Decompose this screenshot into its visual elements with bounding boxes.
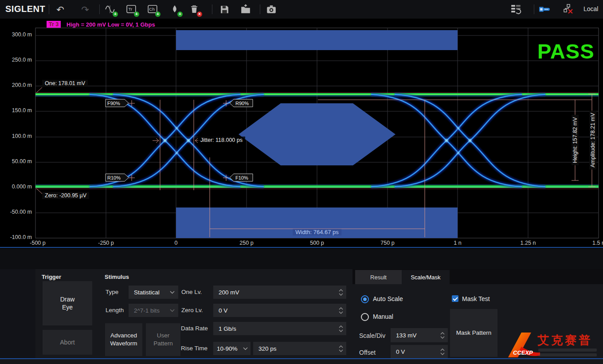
redo-button[interactable]: ↷	[79, 3, 91, 16]
mask-test-checkbox[interactable]	[452, 295, 458, 302]
add-badge-icon	[113, 12, 118, 17]
rise-time-range-dropdown[interactable]: 10-90%	[213, 342, 251, 355]
open-button[interactable]	[239, 3, 252, 16]
x-axis-tick: 1 n	[442, 240, 473, 246]
y-axis-tick: -50.00 m	[1, 209, 32, 215]
rise-time-range-value: 10-90%	[213, 345, 238, 352]
draw-eye-label: Draw Eye	[54, 295, 81, 311]
auto-scale-label: Auto Scale	[373, 295, 403, 302]
mask-pattern-button[interactable]: Mask Pattern	[450, 309, 497, 357]
length-dropdown[interactable]: 2^7-1 bits	[129, 304, 178, 317]
r90-flag: R90%	[235, 101, 249, 106]
tdr-application-window: SIGLENT ↶ ↷ Tr Ch	[0, 0, 603, 364]
x-axis-tick: 750 p	[372, 240, 403, 246]
top-toolbar: SIGLENT ↶ ↷ Tr Ch	[0, 0, 603, 19]
data-rate-value: 1 Gb/s	[213, 325, 236, 332]
one-level-label: One Lv.	[181, 289, 202, 295]
scale-div-input[interactable]: 133 mV	[391, 328, 448, 342]
x-axis-tick: 1.25 n	[513, 240, 544, 246]
type-dropdown[interactable]: Statistical	[129, 286, 178, 299]
auto-scale-radio[interactable]	[361, 295, 369, 303]
panel-divider	[0, 247, 603, 248]
user-pattern-button[interactable]: User Pattern	[146, 323, 180, 356]
rise-time-value: 320 ps	[253, 345, 277, 352]
zero-level-label: Zero Lv.	[181, 307, 203, 313]
mask-test-label: Mask Test	[462, 295, 490, 302]
y-axis-tick: 300.0 m	[1, 31, 32, 38]
trigger-group-title: Trigger	[42, 274, 61, 280]
rise-time-input[interactable]: 320 ps	[253, 342, 346, 355]
draw-eye-button[interactable]: Draw Eye	[43, 281, 92, 325]
x-axis-tick: 1.5 n	[583, 240, 603, 246]
advanced-waveform-button[interactable]: Advanced Waveform	[105, 323, 142, 356]
type-value: Statistical	[129, 289, 160, 296]
acquisition-list-button[interactable]	[510, 3, 522, 16]
camera-icon	[266, 4, 277, 15]
network-status[interactable]	[562, 3, 575, 16]
offset-input[interactable]: 0 V	[391, 345, 448, 358]
spinner-arrows[interactable]	[440, 332, 448, 339]
chevron-up-icon	[440, 348, 445, 351]
toolbar-separator	[534, 4, 534, 14]
tab-scale-mask[interactable]: Scale/Mask	[402, 270, 450, 284]
add-badge-icon	[155, 12, 161, 17]
zero-level-readout: Zero: -200.95 µV	[42, 192, 89, 199]
usb-status[interactable]	[538, 3, 551, 16]
abort-label: Abort	[60, 338, 74, 346]
x-axis-tick: -250 p	[90, 240, 121, 246]
jitter-readout: Jitter: 118.000 ps	[198, 137, 245, 144]
acquisition-list-icon	[510, 4, 522, 15]
svg-text:Tr: Tr	[128, 7, 133, 12]
delete-button[interactable]	[188, 3, 200, 16]
data-rate-input[interactable]: 1 Gb/s	[213, 322, 346, 335]
length-label: Length	[106, 307, 124, 313]
chevron-up-icon	[339, 289, 343, 292]
svg-text:Ch: Ch	[149, 7, 155, 12]
spinner-arrows[interactable]	[339, 289, 346, 296]
undo-button[interactable]: ↶	[54, 3, 67, 16]
screenshot-button[interactable]	[265, 3, 278, 16]
manual-radio[interactable]	[361, 313, 369, 321]
add-marker-button[interactable]	[168, 3, 181, 16]
menubar: TDR Trace 3 T21 Run Stop Single File ↕ ?…	[0, 248, 603, 269]
add-measurement-button[interactable]	[104, 3, 116, 16]
add-trace-button[interactable]: Tr	[125, 3, 137, 16]
spinner-arrows[interactable]	[339, 325, 346, 332]
add-badge-icon	[134, 12, 139, 17]
add-channel-button[interactable]: Ch	[146, 3, 159, 16]
chevron-down-icon	[339, 349, 343, 352]
y-axis-tick: 200.0 m	[1, 82, 32, 88]
r10-flag: R10%	[107, 175, 121, 180]
abort-button[interactable]: Abort	[43, 330, 92, 355]
spinner-arrows[interactable]	[440, 348, 448, 355]
local-remote-label[interactable]: Local	[583, 5, 598, 12]
eye-diagram-plot: F90% R90% R10% F10%	[0, 19, 603, 248]
chevron-down-icon	[440, 352, 445, 355]
scale-div-label: Scale/Div	[359, 332, 385, 339]
offset-label: Offset	[359, 349, 376, 356]
zero-level-input[interactable]: 0 V	[213, 304, 346, 317]
mask-top-region	[176, 30, 458, 50]
chevron-down-icon	[170, 291, 175, 294]
amplitude-readout: Amplitude: 178.21 mV	[589, 111, 596, 170]
save-icon	[219, 4, 230, 15]
advanced-waveform-label: Advanced Waveform	[106, 332, 141, 348]
zero-level-value: 0 V	[213, 307, 227, 314]
f90-flag: F90%	[107, 101, 120, 106]
tab-result[interactable]: Result	[355, 270, 402, 284]
chevron-down-icon	[440, 336, 445, 339]
redo-icon: ↷	[81, 5, 89, 14]
one-level-input[interactable]: 200 mV	[213, 286, 346, 299]
spinner-arrows[interactable]	[339, 307, 346, 314]
mask-test-pass-indicator: PASS	[537, 39, 595, 63]
undo-icon: ↶	[56, 5, 64, 14]
network-error-icon	[563, 4, 574, 15]
toolbar-separator	[49, 4, 49, 14]
scale-div-value: 133 mV	[391, 332, 417, 339]
offset-value: 0 V	[391, 348, 405, 355]
y-axis-tick: 0.000 m	[1, 184, 32, 190]
delete-badge-icon	[197, 12, 202, 17]
spinner-arrows[interactable]	[339, 345, 346, 352]
save-button[interactable]	[218, 3, 231, 16]
watermark-fineprint	[538, 353, 597, 356]
